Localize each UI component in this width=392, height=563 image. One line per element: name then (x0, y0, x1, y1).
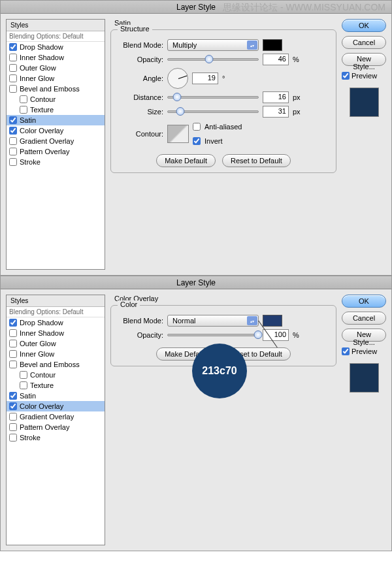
opacity-label: Opacity: (116, 331, 163, 339)
distance-slider[interactable] (167, 96, 259, 99)
style-color-overlay[interactable]: Color Overlay (7, 401, 105, 411)
styles-header[interactable]: Styles (7, 295, 105, 307)
new-style-button[interactable]: New Style... (342, 53, 386, 66)
style-gradient-overlay[interactable]: Gradient Overlay (7, 411, 105, 422)
checkbox-gradient-overlay[interactable] (9, 137, 17, 145)
style-drop-shadow[interactable]: Drop Shadow (7, 317, 105, 328)
antialiased-option[interactable]: Anti-aliased (193, 123, 242, 131)
watermark-text: 思缘设计论坛 - WWW.MISSYUAN.COM (223, 2, 385, 14)
checkbox-inner-glow[interactable] (9, 350, 17, 358)
style-inner-glow[interactable]: Inner Glow (7, 349, 105, 359)
style-satin[interactable]: Satin (7, 115, 105, 125)
cancel-button[interactable]: Cancel (342, 312, 386, 325)
style-inner-glow[interactable]: Inner Glow (7, 73, 105, 84)
checkbox-texture[interactable] (20, 106, 27, 114)
preview-checkbox[interactable] (342, 347, 350, 355)
opacity-input[interactable]: 100 (263, 329, 289, 341)
styles-panel: Styles Blending Options: Default Drop Sh… (6, 295, 105, 545)
checkbox-inner-shadow[interactable] (9, 54, 17, 61)
size-label: Size: (116, 108, 163, 116)
make-default-button[interactable]: Make Default (156, 154, 216, 167)
size-slider[interactable] (167, 110, 259, 113)
opacity-unit: % (293, 331, 299, 339)
style-color-overlay[interactable]: Color Overlay (7, 125, 105, 136)
angle-input[interactable]: 19 (192, 72, 218, 84)
style-pattern-overlay[interactable]: Pattern Overlay (7, 146, 105, 157)
checkbox-outer-glow[interactable] (9, 340, 17, 347)
ok-button[interactable]: OK (342, 19, 386, 32)
ok-button[interactable]: OK (342, 295, 386, 308)
blendmode-dropdown[interactable]: Normal▴▾ (167, 315, 259, 327)
angle-wheel[interactable] (167, 68, 188, 89)
reset-default-button[interactable]: Reset to Default (222, 154, 291, 167)
style-contour[interactable]: Contour (7, 370, 105, 380)
style-texture[interactable]: Texture (7, 105, 105, 115)
style-satin[interactable]: Satin (7, 391, 105, 401)
contour-label: Contour: (116, 130, 163, 138)
checkbox-pattern-overlay[interactable] (9, 423, 17, 431)
blending-options-header[interactable]: Blending Options: Default (7, 31, 105, 42)
new-style-button[interactable]: New Style... (342, 329, 386, 342)
checkbox-inner-shadow[interactable] (9, 329, 17, 337)
style-inner-shadow[interactable]: Inner Shadow (7, 52, 105, 63)
checkbox-pattern-overlay[interactable] (9, 148, 17, 155)
checkbox-contour[interactable] (20, 95, 27, 103)
preview-option[interactable]: Preview (342, 347, 386, 355)
opacity-input[interactable]: 46 (263, 54, 289, 65)
style-contour[interactable]: Contour (7, 94, 105, 105)
contour-picker[interactable] (167, 125, 189, 143)
opacity-label: Opacity: (116, 56, 163, 63)
checkbox-color-overlay[interactable] (9, 402, 17, 410)
blending-options-header[interactable]: Blending Options: Default (7, 307, 105, 317)
blendmode-dropdown[interactable]: Multiply▴▾ (167, 39, 259, 51)
style-drop-shadow[interactable]: Drop Shadow (7, 42, 105, 52)
style-gradient-overlay[interactable]: Gradient Overlay (7, 136, 105, 146)
color-overlay-title: Color Overlay (114, 295, 336, 302)
cancel-button[interactable]: Cancel (342, 36, 386, 49)
color-swatch[interactable] (263, 315, 282, 327)
style-outer-glow[interactable]: Outer Glow (7, 63, 105, 73)
checkbox-contour[interactable] (20, 371, 27, 379)
styles-panel: Styles Blending Options: Default Drop Sh… (6, 19, 105, 270)
checkbox-drop-shadow[interactable] (9, 319, 17, 327)
checkbox-drop-shadow[interactable] (9, 43, 17, 51)
right-panel: OK Cancel New Style... Preview (342, 19, 386, 270)
style-bevel-emboss[interactable]: Bevel and Emboss (7, 84, 105, 94)
style-stroke[interactable]: Stroke (7, 157, 105, 167)
preview-option[interactable]: Preview (342, 72, 386, 80)
opacity-slider[interactable] (167, 58, 259, 61)
checkbox-inner-glow[interactable] (9, 74, 17, 82)
color-swatch[interactable] (263, 39, 282, 51)
style-inner-shadow[interactable]: Inner Shadow (7, 328, 105, 338)
color-hex-callout: 213c70 (192, 344, 247, 398)
size-input[interactable]: 31 (263, 106, 289, 118)
style-stroke[interactable]: Stroke (7, 432, 105, 443)
opacity-slider[interactable] (167, 334, 259, 336)
checkbox-bevel[interactable] (9, 85, 17, 93)
checkbox-stroke[interactable] (9, 434, 17, 442)
checkbox-stroke[interactable] (9, 158, 17, 166)
angle-unit: ° (222, 74, 225, 82)
checkbox-outer-glow[interactable] (9, 64, 17, 72)
preview-checkbox[interactable] (342, 72, 350, 80)
style-outer-glow[interactable]: Outer Glow (7, 338, 105, 349)
checkbox-bevel[interactable] (9, 361, 17, 368)
styles-header[interactable]: Styles (7, 20, 105, 31)
distance-input[interactable]: 16 (263, 91, 289, 103)
checkbox-gradient-overlay[interactable] (9, 413, 17, 421)
preview-swatch (350, 88, 379, 117)
style-texture[interactable]: Texture (7, 380, 105, 391)
settings-panel: Color Overlay Color Blend Mode: Normal▴▾… (110, 295, 336, 545)
antialiased-checkbox[interactable] (193, 123, 201, 131)
checkbox-satin[interactable] (9, 392, 17, 400)
invert-checkbox[interactable] (193, 137, 201, 145)
style-bevel-emboss[interactable]: Bevel and Emboss (7, 359, 105, 370)
checkbox-satin[interactable] (9, 116, 17, 124)
invert-option[interactable]: Invert (193, 137, 242, 145)
color-group-label: Color (118, 300, 140, 308)
checkbox-color-overlay[interactable] (9, 127, 17, 135)
size-unit: px (293, 108, 301, 116)
style-pattern-overlay[interactable]: Pattern Overlay (7, 422, 105, 432)
checkbox-texture[interactable] (20, 381, 27, 389)
angle-label: Angle: (116, 74, 163, 82)
